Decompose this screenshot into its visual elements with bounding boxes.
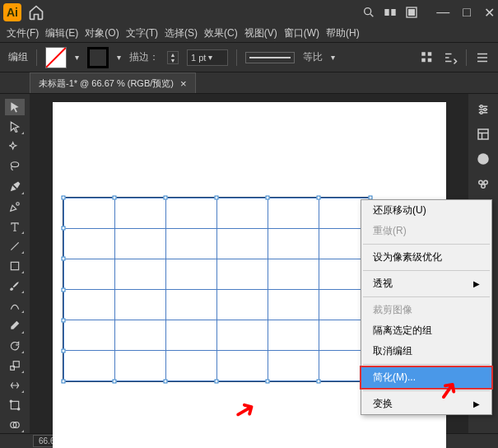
anchor-point[interactable] xyxy=(61,287,65,292)
menu-item-label: 变换 xyxy=(373,397,393,411)
stroke-swatch[interactable] xyxy=(87,47,109,68)
chevron-down-icon[interactable]: ▾ xyxy=(75,53,79,62)
document-tab[interactable]: 未标题-1* @ 66.67 % (RGB/预览) × xyxy=(30,72,196,93)
menu-item-label: 还原移动(U) xyxy=(373,203,426,217)
libraries-panel-icon[interactable] xyxy=(476,127,491,142)
menu-window[interactable]: 窗口(W) xyxy=(284,26,319,40)
anchor-point[interactable] xyxy=(61,226,65,231)
anchor-point[interactable] xyxy=(266,196,270,200)
tab-title: 未标题-1* @ 66.67 % (RGB/预览) xyxy=(39,77,174,90)
direct-selection-tool[interactable] xyxy=(5,119,25,135)
anchor-point[interactable] xyxy=(61,380,65,384)
color-panel-icon[interactable] xyxy=(476,152,491,166)
magic-wand-tool[interactable] xyxy=(5,138,25,155)
svg-rect-5 xyxy=(421,52,426,56)
menu-type[interactable]: 文字(T) xyxy=(126,26,158,40)
svg-rect-7 xyxy=(421,58,426,62)
submenu-arrow-icon: ▶ xyxy=(473,399,480,408)
home-icon[interactable] xyxy=(28,4,44,21)
titlebar: Ai — □ ✕ xyxy=(0,0,498,25)
stroke-label: 描边： xyxy=(129,50,159,64)
svg-point-20 xyxy=(484,109,486,111)
context-menu-item[interactable]: 取消编组 xyxy=(361,341,491,362)
anchor-point[interactable] xyxy=(112,380,116,384)
context-menu-item[interactable]: 透视▶ xyxy=(361,273,491,294)
menu-file[interactable]: 文件(F) xyxy=(7,26,39,40)
svg-point-25 xyxy=(484,180,488,184)
context-menu-item[interactable]: 变换▶ xyxy=(361,394,491,414)
anchor-point[interactable] xyxy=(61,196,65,200)
scale-tool[interactable] xyxy=(5,357,25,374)
context-menu-item[interactable]: 还原移动(U) xyxy=(361,200,491,221)
search-icon[interactable] xyxy=(362,6,375,19)
stroke-stepper[interactable]: ▲▼ xyxy=(167,51,179,64)
anchor-point[interactable] xyxy=(61,348,65,352)
free-transform-tool[interactable] xyxy=(5,397,25,413)
rectangle-tool[interactable] xyxy=(5,258,25,274)
anchor-point[interactable] xyxy=(215,196,219,200)
anchor-point[interactable] xyxy=(317,380,321,384)
chevron-down-icon[interactable]: ▾ xyxy=(331,53,335,62)
menu-separator xyxy=(363,390,490,391)
maximize-icon[interactable]: □ xyxy=(463,5,471,21)
menu-view[interactable]: 视图(V) xyxy=(244,26,277,40)
anchor-point[interactable] xyxy=(317,196,321,200)
arrange-icon[interactable] xyxy=(384,6,397,19)
curvature-tool[interactable] xyxy=(5,198,25,215)
annotation-arrow-icon: ➜ xyxy=(227,391,262,429)
menu-help[interactable]: 帮助(H) xyxy=(326,26,360,40)
anchor-point[interactable] xyxy=(163,380,167,384)
anchor-point[interactable] xyxy=(61,318,65,322)
context-menu-item: 重做(R) xyxy=(361,221,491,241)
menu-effect[interactable]: 效果(C) xyxy=(204,26,238,40)
context-menu-item[interactable]: 隔离选定的组 xyxy=(361,320,491,341)
menu-edit[interactable]: 编辑(E) xyxy=(45,26,78,40)
align-icon[interactable] xyxy=(420,50,435,65)
shape-builder-tool[interactable] xyxy=(5,417,25,433)
svg-point-21 xyxy=(480,111,482,114)
submenu-arrow-icon: ▶ xyxy=(473,279,480,288)
swatches-panel-icon[interactable] xyxy=(476,176,491,191)
line-tool[interactable] xyxy=(5,238,25,254)
stroke-value-field[interactable]: 1 pt ▾ xyxy=(187,49,228,66)
menu-item-label: 简化(M)... xyxy=(373,371,416,385)
svg-rect-14 xyxy=(11,401,18,408)
width-tool[interactable] xyxy=(5,377,25,394)
type-tool[interactable] xyxy=(5,218,25,235)
workspace-icon[interactable] xyxy=(405,6,418,19)
menu-separator xyxy=(363,270,490,271)
close-tab-icon[interactable]: × xyxy=(180,77,187,90)
context-menu-item[interactable]: 设为像素级优化 xyxy=(361,247,491,268)
anchor-point[interactable] xyxy=(266,380,270,384)
context-menu-item[interactable]: 简化(M)... xyxy=(361,367,491,388)
rotate-tool[interactable] xyxy=(5,338,25,354)
svg-point-26 xyxy=(482,184,486,189)
profile-preview[interactable] xyxy=(245,52,295,63)
eraser-tool[interactable] xyxy=(5,317,25,334)
profile-label: 等比 xyxy=(303,50,323,64)
minimize-icon[interactable]: — xyxy=(436,5,449,21)
anchor-point[interactable] xyxy=(215,380,219,384)
menu-select[interactable]: 选择(S) xyxy=(165,26,198,40)
anchor-point[interactable] xyxy=(61,257,65,261)
list-icon[interactable] xyxy=(475,50,490,65)
shaper-tool[interactable] xyxy=(5,297,25,314)
pen-tool[interactable] xyxy=(5,179,25,195)
transform-icon[interactable] xyxy=(443,50,458,65)
anchor-point[interactable] xyxy=(163,196,167,200)
menu-item-label: 隔离选定的组 xyxy=(373,324,432,338)
selected-grid-object[interactable] xyxy=(63,197,371,382)
close-window-icon[interactable]: ✕ xyxy=(484,5,495,21)
fill-swatch[interactable] xyxy=(45,47,67,68)
anchor-point[interactable] xyxy=(112,196,116,200)
menu-object[interactable]: 对象(O) xyxy=(85,26,119,40)
paintbrush-tool[interactable] xyxy=(5,278,25,294)
lasso-tool[interactable] xyxy=(5,158,25,175)
selection-tool[interactable] xyxy=(5,99,25,115)
chevron-down-icon[interactable]: ▾ xyxy=(117,53,121,62)
properties-panel-icon[interactable] xyxy=(476,102,491,117)
svg-point-23 xyxy=(477,153,489,165)
svg-point-19 xyxy=(480,105,482,108)
svg-rect-11 xyxy=(11,262,18,269)
menu-separator xyxy=(363,296,490,297)
